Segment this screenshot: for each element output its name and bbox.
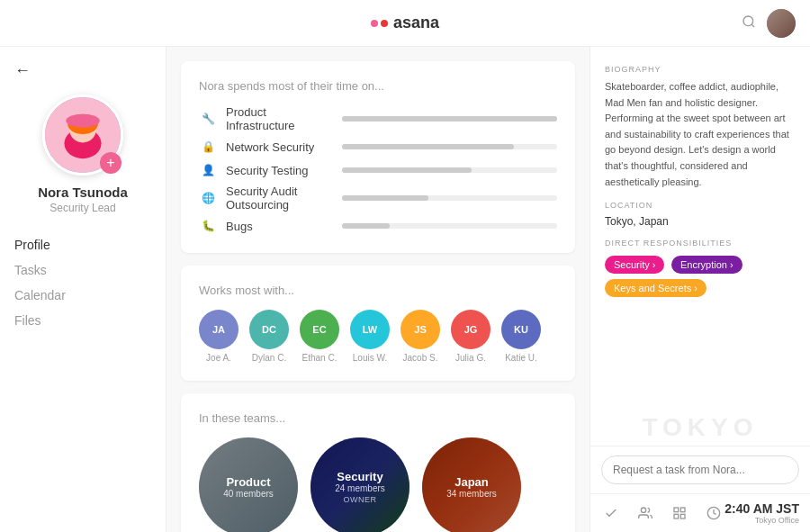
- biography-section: BIOGRAPHY Skateboarder, coffee addict, a…: [590, 47, 810, 201]
- team-security[interactable]: Security 24 members OWNER: [310, 437, 410, 532]
- clock-toolbar-icon[interactable]: [704, 503, 724, 523]
- list-item: 🐛 Bugs: [199, 217, 557, 235]
- list-item[interactable]: JS Jacob S.: [400, 310, 440, 363]
- list-item[interactable]: JA Joe A.: [199, 310, 238, 363]
- bar-track-1: [342, 144, 557, 149]
- collaborators-list: JA Joe A. DC Dylan C. EC Ethan C. LW Lou…: [199, 310, 557, 363]
- task-request-input[interactable]: [601, 455, 799, 484]
- time-on-title: Nora spends most of their time on...: [199, 79, 557, 93]
- svg-point-7: [641, 508, 645, 512]
- bar-label-0: Product Infrastructure: [226, 105, 333, 132]
- bar-fill-1: [342, 144, 514, 149]
- list-item: 🔒 Network Security: [199, 138, 557, 156]
- list-item[interactable]: DC Dylan C.: [249, 310, 289, 363]
- profile-section: + Nora Tsunoda Security Lead: [0, 95, 166, 232]
- list-item: 🌐 Security Audit Outsourcing: [199, 185, 557, 212]
- right-panel: TOKYO BIOGRAPHY Skateboarder, coffee add…: [590, 47, 810, 532]
- collaborator-name-4: Jacob S.: [403, 353, 438, 363]
- teams-title: In these teams...: [199, 411, 557, 425]
- svg-line-1: [752, 24, 754, 27]
- list-item[interactable]: EC Ethan C.: [300, 310, 339, 363]
- people-toolbar-icon[interactable]: [635, 503, 655, 523]
- header-right: [742, 9, 796, 38]
- toolbar-icons: [601, 503, 724, 523]
- team-name-product: Product: [226, 475, 270, 489]
- avatar-image: [767, 9, 796, 38]
- bar-icon-1: 🔒: [199, 138, 217, 156]
- sidebar-item-tasks[interactable]: Tasks: [14, 257, 151, 283]
- team-name-security: Security: [337, 470, 382, 483]
- list-item: 🔧 Product Infrastructure: [199, 105, 557, 132]
- check-toolbar-icon[interactable]: [601, 503, 621, 523]
- location-label: LOCATION: [605, 201, 796, 210]
- logo-dot-red: [381, 20, 388, 27]
- badge-security[interactable]: Security ›: [605, 256, 664, 274]
- bar-track-2: [342, 167, 557, 173]
- list-item[interactable]: KU Katie U.: [501, 310, 541, 363]
- list-item[interactable]: LW Louis W.: [350, 310, 390, 363]
- team-members-product: 40 members: [223, 489, 274, 499]
- badge-keys[interactable]: Keys and Secrets ›: [605, 279, 706, 297]
- user-role: Security Lead: [50, 202, 115, 214]
- nav-menu: Profile Tasks Calendar Files: [0, 232, 166, 333]
- bar-track-0: [342, 116, 557, 122]
- list-item[interactable]: JG Julia G.: [451, 310, 490, 363]
- bar-icon-0: 🔧: [199, 110, 217, 128]
- svg-rect-8: [674, 508, 679, 512]
- bar-fill-0: [342, 116, 557, 122]
- bar-fill-2: [342, 167, 471, 173]
- team-product[interactable]: Product 40 members: [199, 437, 298, 532]
- collaborator-avatar-5: JG: [451, 310, 490, 349]
- grid-toolbar-icon[interactable]: [670, 503, 689, 523]
- bar-label-4: Bugs: [226, 220, 333, 233]
- time-section: 2:40 AM JST Tokyo Office: [724, 501, 799, 525]
- bar-label-3: Security Audit Outsourcing: [226, 185, 333, 212]
- collaborator-name-6: Katie U.: [505, 353, 537, 363]
- user-avatar-header[interactable]: [767, 9, 796, 38]
- works-with-title: Works most with...: [199, 284, 557, 297]
- search-button[interactable]: [742, 14, 756, 32]
- back-button[interactable]: ←: [0, 61, 166, 95]
- svg-rect-11: [680, 514, 685, 518]
- team-overlay-security: Security 24 members OWNER: [310, 437, 410, 532]
- team-members-japan: 34 members: [446, 489, 497, 499]
- user-avatar-large: +: [42, 95, 123, 176]
- svg-point-6: [66, 114, 99, 128]
- logo-dot-pink: [371, 20, 378, 27]
- main-layout: ← + Nora Tsunoda Security Lead: [0, 47, 810, 532]
- collaborator-avatar-0: JA: [199, 310, 238, 349]
- collaborator-avatar-3: LW: [350, 310, 390, 349]
- badge-encryption[interactable]: Encryption ›: [671, 256, 742, 274]
- collaborator-name-2: Ethan C.: [302, 353, 338, 363]
- bio-text: Skateboarder, coffee addict, audiophile,…: [605, 79, 796, 190]
- sidebar: ← + Nora Tsunoda Security Lead: [0, 47, 166, 532]
- team-owner-security: OWNER: [344, 495, 377, 504]
- logo-text: asana: [393, 14, 439, 32]
- time-location: Tokyo Office: [724, 516, 799, 525]
- task-input-area: [590, 446, 810, 493]
- bar-track-4: [342, 223, 557, 229]
- list-item: 👤 Security Testing: [199, 161, 557, 179]
- bar-icon-3: 🌐: [199, 189, 217, 207]
- sidebar-item-calendar[interactable]: Calendar: [14, 283, 151, 308]
- bar-list: 🔧 Product Infrastructure 🔒 Network Secur…: [199, 105, 557, 235]
- svg-rect-10: [674, 514, 679, 518]
- works-with-section: Works most with... JA Joe A. DC Dylan C.…: [181, 266, 575, 381]
- add-photo-button[interactable]: +: [100, 152, 122, 174]
- bar-fill-3: [342, 195, 428, 201]
- responsibilities-label: DIRECT RESPONSIBILITIES: [605, 239, 796, 248]
- bar-label-1: Network Security: [226, 140, 333, 154]
- teams-section: In these teams... Product 40 members Sec…: [181, 393, 575, 532]
- time-display: 2:40 AM JST: [724, 501, 799, 516]
- sidebar-item-profile[interactable]: Profile: [14, 232, 151, 257]
- collaborator-name-5: Julia G.: [455, 353, 486, 363]
- user-name: Nora Tsunoda: [38, 185, 128, 200]
- bar-fill-4: [342, 223, 390, 229]
- team-japan[interactable]: Japan 34 members: [422, 437, 521, 532]
- right-bottom: 2:40 AM JST Tokyo Office: [590, 446, 810, 532]
- sidebar-item-files[interactable]: Files: [14, 308, 151, 333]
- collaborator-name-1: Dylan C.: [252, 353, 286, 363]
- collaborator-name-3: Louis W.: [353, 353, 387, 363]
- bottom-toolbar: 2:40 AM JST Tokyo Office: [590, 493, 810, 532]
- bar-icon-4: 🐛: [199, 217, 217, 235]
